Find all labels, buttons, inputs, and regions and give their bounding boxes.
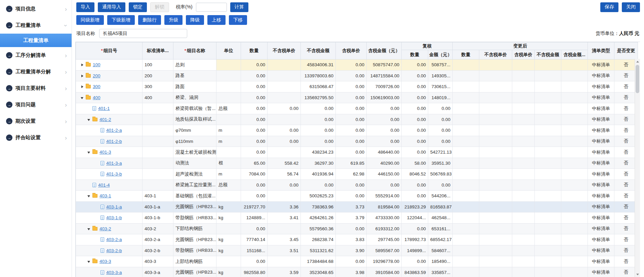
item-code-link[interactable]: 401-3: [99, 150, 111, 155]
cell-changed-price-inc-tax: [512, 169, 535, 180]
table-row[interactable]: 401-1桥梁荷载试验（暂...总额0.000.000.000.000.000.…: [76, 103, 638, 114]
table-row[interactable]: 401-3混凝土桩无破损检测0.00438234.230.00486440.00…: [76, 147, 638, 158]
tree-caret-down-icon[interactable]: [87, 150, 91, 154]
sidebar-item-boq[interactable]: → 工程量清单 ›: [0, 17, 72, 34]
sidebar-item-main-materials[interactable]: → 项目主要材料 ›: [0, 80, 72, 96]
chevron-right-icon: ›: [65, 118, 67, 124]
table-row[interactable]: 403-2-a403-2-a光圆钢筋（HPB23...kg77740.143.4…: [76, 234, 638, 245]
table-row[interactable]: 403-3-a403-3-a光圆钢筋（HPB23...kg982558.803.…: [76, 267, 638, 277]
cell-review-qty: 149899...: [402, 245, 428, 256]
table-row[interactable]: 403-1-b403-1-b带肋钢筋（HRB33...kg124889...3.…: [76, 212, 638, 224]
item-code-link[interactable]: 403-1-a: [106, 204, 122, 209]
table-row[interactable]: 401-2-aφ70mmm0.000.000.000.000.000.000.0…: [76, 125, 638, 136]
cell-changed-qty: [453, 245, 479, 256]
sidebar-item-boq-breakdown[interactable]: → 工程量清单分解 ›: [0, 64, 72, 80]
item-code-link[interactable]: 200: [93, 73, 100, 78]
cell-is-changed: 否: [614, 70, 638, 81]
tree-caret-right-icon[interactable]: [80, 84, 84, 89]
boq-table: *细目号 标准清单... *细目名称 单位 数量 不含税单价 不含税金额 含税单…: [76, 42, 638, 277]
item-code-link[interactable]: 401-3-a: [106, 161, 122, 166]
item-code-link[interactable]: 401-2: [99, 117, 111, 122]
cell-is-changed: 否: [614, 169, 638, 180]
scroll-down-arrow-icon[interactable]: [635, 272, 640, 277]
project-name-input[interactable]: [99, 29, 187, 38]
close-button[interactable]: 关闭: [622, 2, 640, 12]
table-row[interactable]: 401-3-b超声波检测法m7084.0056.74401936.9462.98…: [76, 169, 638, 180]
downgrade-button[interactable]: 降级: [186, 15, 204, 25]
circle-arrow-icon: →: [6, 6, 12, 12]
save-button[interactable]: 保存: [600, 2, 618, 12]
move-up-button[interactable]: 上移: [207, 15, 226, 25]
cell-qty: 65.00: [241, 158, 268, 169]
table-row[interactable]: 401-2-bφ110mmm0.000.000.000.000.000.000.…: [76, 136, 638, 147]
tree-caret-down-icon[interactable]: [87, 117, 91, 122]
sidebar-item-mixing-station-settings[interactable]: → 拌合站设置 ›: [0, 129, 72, 146]
tree-caret-down-icon[interactable]: [80, 95, 84, 100]
sidebar-item-process-breakdown[interactable]: → 工序分解清单 ›: [0, 47, 72, 64]
cell-amount-ex-tax: 36297.30: [301, 158, 336, 169]
table-row[interactable]: 300300路面0.006315068.470.007009726.000.00…: [76, 81, 638, 92]
circle-arrow-icon: →: [6, 22, 12, 29]
table-row[interactable]: 403-1-a403-1-a光圆钢筋（HPB23...kg219727.703.…: [76, 201, 638, 212]
item-code-link[interactable]: 403-2: [99, 226, 111, 231]
table-row[interactable]: 403-3403-3上部结构钢筋0.0017384484.680.0019296…: [76, 256, 638, 267]
import-button[interactable]: 导入: [76, 2, 94, 12]
table-row[interactable]: 401-2地质钻探及取样试...0.000.000.000.000.000.00…: [76, 114, 638, 125]
cell-changed-qty: [453, 169, 479, 180]
cell-item-no: 401-3-a: [76, 158, 143, 169]
cell-changed-amount-ex-tax: [535, 223, 561, 234]
tree-caret-right-icon[interactable]: [80, 74, 84, 78]
item-code-link[interactable]: 401-2-b: [106, 139, 122, 144]
item-code-link[interactable]: 300: [93, 84, 100, 89]
calculate-button[interactable]: 计算: [230, 2, 248, 12]
sidebar-subitem-boq-active[interactable]: 工程量清单: [0, 34, 72, 47]
cell-amount-ex-tax: 0.00: [301, 125, 336, 136]
item-code-link[interactable]: 401-4: [98, 183, 110, 188]
table-row[interactable]: 200200路基0.00133978003.600.00148715584.00…: [76, 70, 638, 81]
item-code-link[interactable]: 400: [93, 95, 100, 100]
sidebar-item-project-issues[interactable]: → 项目问题 ›: [0, 96, 72, 113]
vertical-scrollbar[interactable]: [635, 59, 640, 277]
tree-caret-right-icon[interactable]: [80, 63, 84, 67]
table-row[interactable]: 400400桥梁、涵洞0.00135692795.500.00150619003…: [76, 92, 638, 103]
item-code-link[interactable]: 403-3: [99, 259, 111, 264]
add-sibling-button[interactable]: 同级新增: [76, 15, 104, 25]
cell-std-list: 403-3: [143, 256, 173, 267]
scroll-up-arrow-icon[interactable]: [635, 59, 640, 64]
move-down-button[interactable]: 下移: [229, 15, 247, 25]
tree-caret-down-icon[interactable]: [87, 259, 91, 264]
sidebar-item-project-info[interactable]: → 项目信息 ›: [0, 1, 72, 17]
add-child-button[interactable]: 下级新增: [107, 15, 135, 25]
item-code-link[interactable]: 403-2-a: [106, 237, 122, 242]
sidebar-item-label: 项目主要材料: [15, 85, 65, 91]
cell-review-qty: 0.00: [402, 81, 428, 92]
general-import-button[interactable]: 通用导入: [98, 2, 125, 12]
table-row[interactable]: 401-3-a动测法根65.00558.4236297.30619.854029…: [76, 158, 638, 169]
cell-list-type: 中标清单: [588, 70, 614, 81]
item-code-link[interactable]: 401-3-b: [106, 171, 122, 176]
table-row[interactable]: 403-1403-1基础钢筋（包括灌...0.005002625.230.005…: [76, 191, 638, 202]
item-code-link[interactable]: 403-3-a: [106, 270, 122, 275]
tree-caret-down-icon[interactable]: [87, 194, 91, 198]
table-row[interactable]: 403-2-b403-2-b带肋钢筋（HRB33...kg151168...3.…: [76, 245, 638, 256]
sidebar-item-period-settings[interactable]: → 期次设置 ›: [0, 113, 72, 129]
item-code-link[interactable]: 403-1-b: [106, 215, 122, 220]
delete-row-button[interactable]: 删除行: [138, 15, 161, 25]
table-row[interactable]: 403-2403-2下部结构钢筋0.005579560.360.00619331…: [76, 223, 638, 234]
item-code-link[interactable]: 403-1: [99, 193, 111, 198]
cell-price-inc-tax: 0.00: [336, 81, 367, 92]
tax-rate-input[interactable]: [196, 3, 227, 12]
cell-changed-amount-inc-tax: [561, 245, 588, 256]
lock-button[interactable]: 锁定: [129, 2, 147, 12]
scrollbar-thumb[interactable]: [636, 65, 639, 93]
table-row[interactable]: 401-4桥梁施工监控量测...总额0.000.000.000.000.000.…: [76, 180, 638, 191]
table-row[interactable]: 100100总则0.0045834006.310.0050875747.000.…: [76, 60, 638, 71]
cell-item-name: 动测法: [173, 158, 216, 169]
item-code-link[interactable]: 403-2-b: [106, 248, 122, 253]
item-code-link[interactable]: 401-2-a: [106, 128, 122, 133]
cell-changed-amount-inc-tax: [561, 60, 588, 71]
upgrade-button[interactable]: 升级: [164, 15, 183, 25]
tree-caret-down-icon[interactable]: [87, 227, 91, 231]
item-code-link[interactable]: 100: [93, 62, 100, 67]
item-code-link[interactable]: 401-1: [98, 106, 110, 111]
